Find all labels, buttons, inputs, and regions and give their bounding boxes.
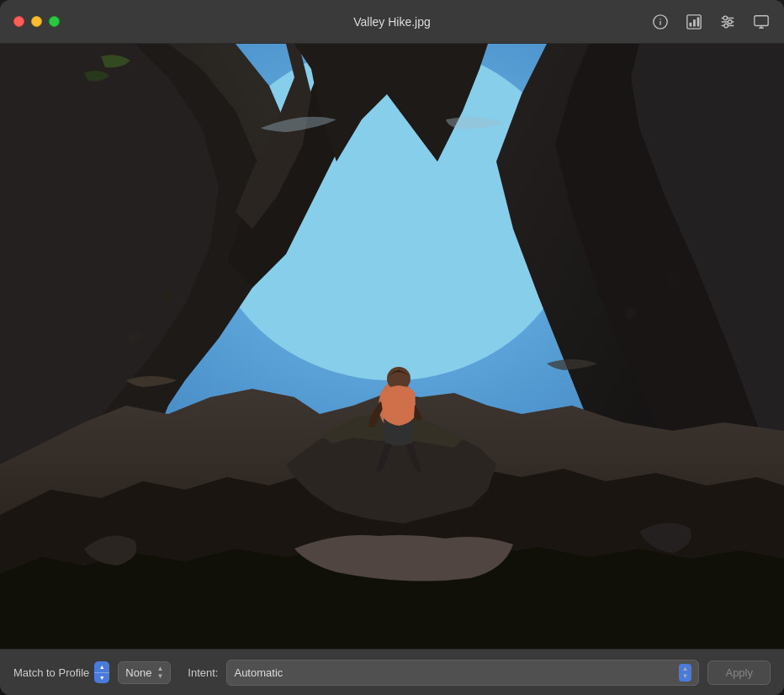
svg-point-10 [723, 16, 728, 20]
chevron-down-icon: ▼ [156, 673, 163, 680]
svg-rect-4 [690, 22, 692, 26]
minimize-button[interactable] [31, 16, 42, 27]
svg-point-23 [665, 272, 681, 287]
profile-value: None [125, 666, 151, 679]
profile-dropdown[interactable]: None ▲ ▼ [118, 661, 171, 684]
intent-chevron-up-icon: ▲ [682, 666, 689, 672]
info-icon[interactable] [651, 13, 670, 31]
match-to-profile-stepper[interactable]: ▲ ▼ [94, 661, 109, 683]
svg-point-2 [660, 19, 660, 19]
intent-value: Automatic [234, 666, 283, 679]
maximize-button[interactable] [49, 16, 60, 27]
image-area [0, 44, 784, 649]
close-button[interactable] [13, 16, 24, 27]
svg-point-11 [728, 19, 732, 24]
intent-chevron-down-icon: ▼ [682, 673, 689, 680]
intent-label: Intent: [188, 666, 218, 679]
svg-point-12 [724, 24, 728, 28]
histogram-icon[interactable] [685, 13, 703, 31]
svg-rect-13 [755, 15, 768, 25]
intent-chevrons[interactable]: ▲ ▼ [679, 664, 692, 682]
svg-point-22 [625, 307, 637, 319]
main-window: Valley Hike.jpg [0, 0, 784, 695]
traffic-lights [13, 16, 60, 27]
stepper-down-icon[interactable]: ▼ [94, 673, 109, 684]
svg-rect-5 [693, 19, 696, 26]
display-icon[interactable] [752, 13, 771, 31]
match-to-profile-label: Match to Profile [13, 666, 89, 679]
svg-point-20 [128, 332, 141, 345]
match-to-profile-wrapper: Match to Profile ▲ ▼ [13, 661, 109, 683]
window-title: Valley Hike.jpg [353, 15, 431, 29]
intent-dropdown[interactable]: Automatic ▲ ▼ [226, 660, 699, 686]
svg-point-21 [163, 291, 173, 301]
photo-image [0, 44, 784, 649]
title-bar: Valley Hike.jpg [0, 0, 784, 44]
profile-chevrons: ▲ ▼ [156, 666, 163, 680]
svg-rect-6 [697, 17, 700, 26]
chevron-up-icon: ▲ [156, 666, 163, 672]
apply-button[interactable]: Apply [707, 661, 771, 685]
stepper-up-icon[interactable]: ▲ [94, 661, 109, 673]
bottom-bar: Match to Profile ▲ ▼ None ▲ ▼ Intent: Au… [0, 649, 784, 695]
photo-canvas [0, 44, 784, 649]
toolbar-icons [651, 13, 771, 31]
adjustments-icon[interactable] [718, 13, 737, 31]
